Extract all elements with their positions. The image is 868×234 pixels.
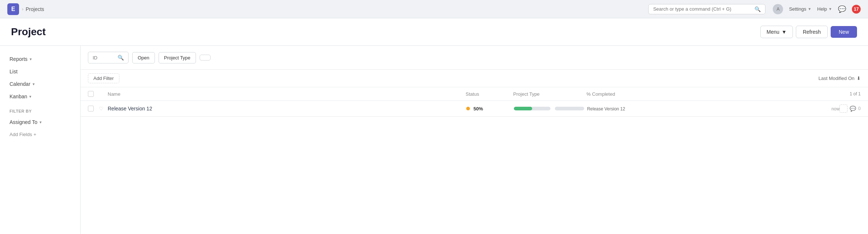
row-chat-icon[interactable]: 💬 <box>850 106 856 111</box>
page-header: Project Menu ▼ Refresh New <box>0 18 868 46</box>
row-action-icon[interactable] <box>839 105 847 113</box>
notification-badge[interactable]: 17 <box>852 5 861 14</box>
row-checkbox[interactable] <box>88 106 94 111</box>
status-dot-icon <box>466 107 470 110</box>
add-fields-label: Add Fields <box>10 132 32 137</box>
extra-filter[interactable] <box>200 55 211 61</box>
row-completed: Release Version 12 <box>587 106 660 111</box>
column-project-type-header: Project Type <box>513 91 586 97</box>
content-area: 🔍 Open Project Type Add Filter Last Modi… <box>81 46 868 234</box>
add-filter-button[interactable]: Add Filter <box>88 73 119 83</box>
column-name-header: Name <box>108 91 465 97</box>
help-menu[interactable]: Help ▼ <box>817 6 832 12</box>
header-actions: Menu ▼ Refresh New <box>760 26 857 38</box>
nav-right: A Settings ▼ Help ▼ 💬 17 <box>773 4 861 14</box>
sidebar-assigned-to[interactable]: Assigned To ▾ <box>6 116 74 128</box>
sidebar-item-calendar-label: Calendar <box>10 81 30 87</box>
column-status-header: Status <box>465 91 513 97</box>
row-name: Release Version 12 <box>108 106 466 111</box>
chat-icon[interactable]: 💬 <box>838 5 846 13</box>
search-input[interactable] <box>653 6 752 12</box>
id-filter[interactable]: 🔍 <box>88 52 129 63</box>
row-check[interactable] <box>88 106 99 111</box>
table-header: Name Status Project Type % Completed 1 o… <box>81 87 868 101</box>
actions-bar: Add Filter Last Modified On ⬇ <box>81 70 868 87</box>
add-fields-button[interactable]: Add Fields + <box>6 129 74 140</box>
row-actions: 💬 0 <box>839 105 861 113</box>
status-filter[interactable]: Open <box>132 52 155 63</box>
reports-arrow-icon: ▾ <box>30 57 32 62</box>
add-fields-plus-icon: + <box>33 132 36 137</box>
sidebar-item-reports[interactable]: Reports ▾ <box>6 53 74 65</box>
sort-icon: ⬇ <box>857 76 861 81</box>
settings-menu[interactable]: Settings ▼ <box>789 6 811 12</box>
menu-button[interactable]: Menu ▼ <box>760 26 793 38</box>
avatar: A <box>773 4 783 14</box>
sidebar-item-list-label: List <box>10 69 18 74</box>
new-button[interactable]: New <box>831 26 857 38</box>
progress-container <box>514 107 587 110</box>
filters-bar: 🔍 Open Project Type <box>81 46 868 70</box>
main-layout: Reports ▾ List Calendar ▾ Kanban ▾ FILTE… <box>0 46 868 234</box>
sidebar-item-kanban-label: Kanban <box>10 94 27 99</box>
row-status: 50% <box>466 106 514 111</box>
pagination-label: 1 of 1 <box>839 91 861 96</box>
header-check <box>88 91 99 97</box>
row-heart[interactable]: ♡ <box>99 106 108 111</box>
page-title: Project <box>11 26 760 38</box>
calendar-arrow-icon: ▾ <box>33 82 35 87</box>
table-row[interactable]: ♡ Release Version 12 50% Release Ver <box>81 101 868 117</box>
search-icon: 🔍 <box>754 6 761 12</box>
breadcrumb-separator: › <box>22 7 23 12</box>
top-nav: E › Projects 🔍 A Settings ▼ Help ▼ 💬 17 <box>0 0 868 18</box>
progress-bar <box>514 107 550 110</box>
heart-icon[interactable]: ♡ <box>99 106 104 111</box>
sidebar-item-kanban[interactable]: Kanban ▾ <box>6 91 74 102</box>
app-logo[interactable]: E <box>7 3 19 15</box>
project-type-filter[interactable]: Project Type <box>159 52 196 63</box>
select-all-checkbox[interactable] <box>88 91 94 97</box>
search-bar[interactable]: 🔍 <box>648 4 765 14</box>
kanban-arrow-icon: ▾ <box>29 94 31 99</box>
breadcrumb-projects: Projects <box>26 6 44 12</box>
id-search-icon: 🔍 <box>118 55 124 61</box>
sort-control[interactable]: Last Modified On ⬇ <box>819 76 861 81</box>
progress-bar-remaining <box>555 107 584 110</box>
filter-by-label: FILTER BY <box>6 103 74 116</box>
refresh-button[interactable]: Refresh <box>796 26 828 38</box>
id-input[interactable] <box>93 55 115 61</box>
help-dropdown-icon: ▼ <box>828 7 832 11</box>
row-project-type <box>514 107 587 110</box>
menu-dropdown-icon: ▼ <box>782 29 787 35</box>
assigned-to-label: Assigned To <box>10 119 37 125</box>
chat-count-badge: 0 <box>858 106 861 111</box>
assigned-to-arrow-icon: ▾ <box>40 120 42 125</box>
row-modified: now <box>660 106 839 111</box>
sidebar-item-reports-label: Reports <box>10 56 27 62</box>
sidebar-item-list[interactable]: List <box>6 66 74 77</box>
settings-dropdown-icon: ▼ <box>808 7 811 11</box>
sidebar-item-calendar[interactable]: Calendar ▾ <box>6 78 74 90</box>
column-completed-header: % Completed <box>586 91 660 97</box>
sidebar: Reports ▾ List Calendar ▾ Kanban ▾ FILTE… <box>0 46 81 234</box>
